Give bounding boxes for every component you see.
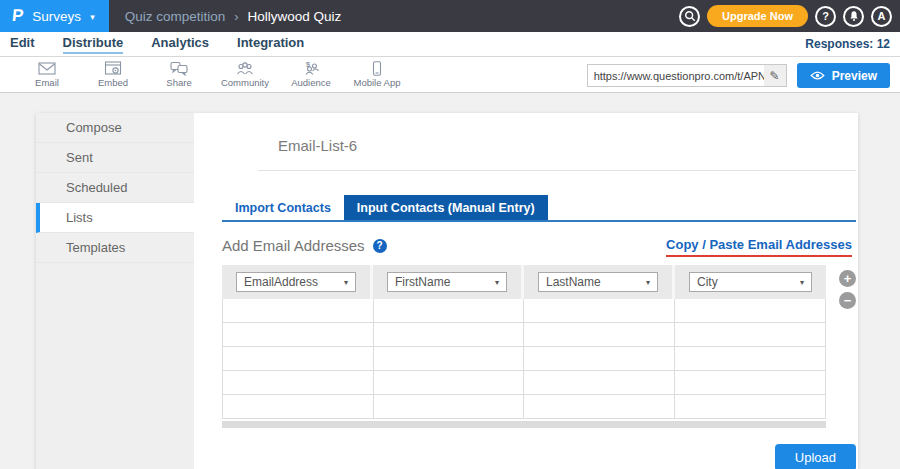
column-mapping-row: EmailAddress ▾ FirstName ▾ [222, 265, 826, 299]
breadcrumb-current: Hollywood Quiz [248, 9, 342, 24]
share-icon [170, 61, 188, 76]
preview-button[interactable]: Preview [797, 63, 890, 88]
table-cell[interactable] [675, 395, 826, 419]
sidebar-item-templates[interactable]: Templates [36, 233, 194, 263]
search-icon [684, 10, 696, 22]
table-cell[interactable] [524, 323, 675, 347]
nav-item-analytics[interactable]: Analytics [151, 35, 209, 52]
eye-icon [810, 71, 825, 80]
survey-url-input[interactable]: https://www.questionpro.com/t/APNrFZ ✎ [587, 64, 787, 87]
channel-audience[interactable]: $ Audience [278, 61, 344, 88]
add-row-button[interactable]: + [839, 270, 856, 287]
surveys-product-menu[interactable]: P Surveys ▾ [0, 0, 109, 32]
notifications-button[interactable] [843, 6, 864, 27]
add-emails-section-header: Add Email Addresses ? Copy / Paste Email… [222, 237, 856, 257]
preview-button-label: Preview [832, 69, 877, 83]
channel-share[interactable]: Share [146, 61, 212, 88]
list-detail-panel: Email-List-6 Import Contacts Input Conta… [194, 113, 874, 469]
survey-nav: Edit Distribute Analytics Integration Re… [0, 32, 900, 57]
channel-community[interactable]: Community [212, 61, 278, 88]
sidebar-item-sent[interactable]: Sent [36, 143, 194, 173]
audience-icon: $ [302, 61, 320, 76]
nav-item-integration[interactable]: Integration [237, 35, 304, 52]
column-select-email-address[interactable]: EmailAddress ▾ [236, 272, 356, 292]
column-select-first-name[interactable]: FirstName ▾ [387, 272, 507, 292]
table-cell[interactable] [524, 347, 675, 371]
product-name: Surveys [32, 9, 81, 24]
table-cell[interactable] [223, 395, 374, 419]
help-button[interactable]: ? [815, 6, 836, 27]
chevron-down-icon: ▾ [344, 278, 348, 287]
chevron-down-icon: ▾ [495, 278, 499, 287]
column-select-city[interactable]: City ▾ [689, 272, 812, 292]
email-lists-card: Compose Sent Scheduled Lists Templates E… [36, 113, 858, 469]
page-background: Compose Sent Scheduled Lists Templates E… [0, 93, 900, 468]
table-cell[interactable] [223, 371, 374, 395]
channel-embed-label: Embed [98, 77, 128, 88]
contacts-tabs: Import Contacts Input Contacts (Manual E… [222, 195, 856, 222]
table-cell[interactable] [374, 323, 525, 347]
breadcrumb-separator: › [234, 9, 238, 24]
email-sidebar: Compose Sent Scheduled Lists Templates [36, 113, 194, 469]
table-cell[interactable] [374, 371, 525, 395]
upload-button[interactable]: Upload [775, 444, 856, 469]
section-title-text: Add Email Addresses [222, 237, 365, 254]
questionpro-logo: P [11, 6, 24, 26]
sidebar-item-compose[interactable]: Compose [36, 113, 194, 143]
embed-icon [104, 61, 122, 76]
channel-embed[interactable]: Embed [80, 61, 146, 88]
bell-icon [848, 10, 860, 22]
chevron-down-icon: ▾ [646, 278, 650, 287]
copy-paste-email-addresses-link[interactable]: Copy / Paste Email Addresses [666, 237, 852, 257]
nav-item-distribute[interactable]: Distribute [63, 35, 124, 54]
nav-item-edit[interactable]: Edit [10, 35, 35, 52]
mobile-app-icon [368, 61, 386, 76]
channel-email-label: Email [35, 77, 59, 88]
table-cell[interactable] [675, 299, 826, 323]
sidebar-item-scheduled[interactable]: Scheduled [36, 173, 194, 203]
edit-url-button[interactable]: ✎ [764, 65, 786, 86]
survey-url-value: https://www.questionpro.com/t/APNrFZ [588, 65, 764, 86]
contacts-table-zone: EmailAddress ▾ FirstName ▾ [222, 265, 856, 428]
toolbar-right-group: https://www.questionpro.com/t/APNrFZ ✎ P… [587, 63, 890, 88]
contacts-table: EmailAddress ▾ FirstName ▾ [222, 265, 826, 428]
search-button[interactable] [679, 6, 700, 27]
table-cell[interactable] [223, 299, 374, 323]
top-header-bar: P Surveys ▾ Quiz competition › Hollywood… [0, 0, 900, 32]
table-cell[interactable] [675, 371, 826, 395]
responses-count: Responses: 12 [805, 35, 890, 51]
table-cell[interactable] [374, 299, 525, 323]
channel-mobile-app-label: Mobile App [353, 77, 400, 88]
table-cell[interactable] [524, 371, 675, 395]
sidebar-item-lists[interactable]: Lists [36, 203, 194, 233]
upload-row: Upload [222, 444, 856, 469]
remove-row-button[interactable]: − [839, 292, 856, 309]
table-cell[interactable] [374, 347, 525, 371]
upgrade-now-button[interactable]: Upgrade Now [707, 5, 808, 27]
chevron-down-icon: ▾ [90, 12, 95, 22]
horizontal-scrollbar[interactable] [222, 421, 826, 428]
table-cell[interactable] [223, 323, 374, 347]
account-avatar[interactable]: A [871, 6, 892, 27]
breadcrumb: Quiz competition › Hollywood Quiz [125, 9, 342, 24]
column-select-last-name[interactable]: LastName ▾ [538, 272, 658, 292]
breadcrumb-parent[interactable]: Quiz competition [125, 9, 226, 24]
tab-input-contacts-manual-entry[interactable]: Input Contacts (Manual Entry) [344, 195, 548, 220]
channel-email[interactable]: Email [14, 61, 80, 88]
table-cell[interactable] [675, 347, 826, 371]
list-title: Email-List-6 [258, 113, 856, 171]
row-controls: + − [839, 270, 856, 309]
table-cell[interactable] [675, 323, 826, 347]
channel-audience-label: Audience [291, 77, 331, 88]
contact-entry-grid [222, 299, 826, 419]
tab-import-contacts[interactable]: Import Contacts [222, 195, 344, 220]
channel-mobile-app[interactable]: Mobile App [344, 61, 410, 88]
help-icon[interactable]: ? [373, 239, 387, 253]
table-cell[interactable] [524, 395, 675, 419]
table-cell[interactable] [223, 347, 374, 371]
channel-community-label: Community [221, 77, 269, 88]
chevron-down-icon: ▾ [800, 278, 804, 287]
table-cell[interactable] [524, 299, 675, 323]
table-cell[interactable] [374, 395, 525, 419]
distribute-toolbar: Email Embed Share Community $ Audience M… [0, 57, 900, 93]
